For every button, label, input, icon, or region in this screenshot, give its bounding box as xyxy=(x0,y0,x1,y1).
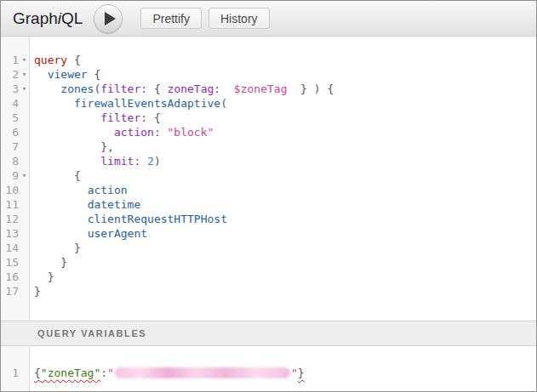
variables-gutter-rows: 1 xyxy=(1,346,29,380)
token-property: zones xyxy=(60,82,94,95)
token-property: userAgent xyxy=(88,227,147,240)
token-punctuation: { xyxy=(34,169,81,182)
token-punctuation xyxy=(34,227,88,240)
code-line: } xyxy=(34,241,536,255)
code-line: action xyxy=(34,183,536,197)
code-line: viewer { xyxy=(34,67,536,82)
code-line: { xyxy=(34,168,536,183)
token-keyword: query xyxy=(34,54,67,66)
gutter-row: 7 xyxy=(1,139,29,154)
line-number: 15 xyxy=(1,255,20,270)
gutter-row: 12 xyxy=(1,212,29,226)
token-punctuation: { xyxy=(88,68,101,81)
code-line: }, xyxy=(34,139,536,154)
code-line: firewallEventsAdaptive( xyxy=(34,96,536,111)
code-line: {"zoneTag":""} xyxy=(34,366,536,380)
variables-editor: 1 {"zoneTag":""} xyxy=(1,346,536,391)
token-punctuation xyxy=(161,126,168,139)
token-punctuation: { xyxy=(67,54,81,66)
line-number: 10 xyxy=(1,183,20,197)
gutter-row: 9▾ xyxy=(1,168,29,183)
token-attribute: action: xyxy=(114,126,161,139)
line-number: 5 xyxy=(1,111,20,125)
variables-title: QUERY VARIABLES xyxy=(37,328,146,338)
line-number: 12 xyxy=(1,212,20,226)
history-button[interactable]: History xyxy=(209,8,270,29)
fold-arrow-icon[interactable]: ▾ xyxy=(20,67,29,82)
code-line: action: "block" xyxy=(34,125,536,139)
code-line: clientRequestHTTPHost xyxy=(34,212,536,226)
gutter-row: 6 xyxy=(1,125,29,139)
gutter-row: 15 xyxy=(1,255,29,270)
code-line: userAgent xyxy=(34,226,536,241)
prettify-button[interactable]: Prettify xyxy=(140,8,202,29)
token-punctuation xyxy=(34,111,100,124)
line-number: 13 xyxy=(1,226,20,241)
variables-header[interactable]: QUERY VARIABLES xyxy=(1,321,536,346)
token-variable: $zoneTag xyxy=(234,82,288,95)
gutter-row: 14 xyxy=(1,241,29,255)
token-punctuation: ( xyxy=(220,97,227,110)
token-punctuation: } xyxy=(34,241,81,254)
variables-code[interactable]: {"zoneTag":""} xyxy=(30,346,536,391)
fold-arrow-icon[interactable]: ▾ xyxy=(20,82,29,96)
query-gutter-rows: 1▾2▾3▾456789▾1011121314151617 xyxy=(1,37,29,298)
token-punctuation: : xyxy=(100,366,107,379)
line-number: 3 xyxy=(1,82,20,96)
code-line: } xyxy=(34,270,536,284)
line-number: 8 xyxy=(1,154,20,168)
token-punctuation: } ) { xyxy=(287,82,334,95)
gutter-row: 3▾ xyxy=(1,82,29,96)
line-number: 1 xyxy=(1,366,20,380)
code-line: query { xyxy=(34,53,536,67)
line-number: 2 xyxy=(1,67,20,82)
token-string: " xyxy=(107,366,114,379)
token-punctuation: { xyxy=(147,111,161,124)
token-punctuation xyxy=(34,68,48,81)
gutter-row: 2▾ xyxy=(1,67,29,82)
token-property: viewer xyxy=(48,68,88,81)
gutter-row: 8 xyxy=(1,154,29,168)
token-attribute: filter: xyxy=(100,111,147,124)
token-punctuation: ) xyxy=(154,155,161,168)
token-punctuation xyxy=(34,126,114,139)
query-code[interactable]: query { viewer { zones(filter: { zoneTag… xyxy=(30,37,536,321)
token-punctuation xyxy=(220,82,234,95)
token-punctuation: { xyxy=(147,82,167,95)
gutter-row: 17 xyxy=(1,284,29,298)
fold-arrow-icon[interactable]: ▾ xyxy=(20,53,29,67)
line-number: 1 xyxy=(1,53,20,67)
token-punctuation xyxy=(34,155,100,168)
execute-button[interactable] xyxy=(94,4,123,33)
token-punctuation: } xyxy=(298,366,305,379)
token-punctuation xyxy=(34,198,88,211)
token-string: " xyxy=(291,366,298,379)
code-line: datetime xyxy=(34,197,536,212)
play-icon xyxy=(105,12,116,26)
token-punctuation xyxy=(140,155,147,168)
gutter-row: 5 xyxy=(1,111,29,125)
token-number: 2 xyxy=(147,155,154,168)
token-punctuation: } xyxy=(34,285,41,298)
token-json_key: "zoneTag" xyxy=(41,366,100,379)
fold-arrow-icon[interactable]: ▾ xyxy=(20,168,29,183)
line-number: 16 xyxy=(1,270,20,284)
query-gutter: 1▾2▾3▾456789▾1011121314151617 xyxy=(1,37,30,321)
token-attribute: limit: xyxy=(100,155,140,168)
graphiql-container: GraphiQL Prettify History 1▾2▾3▾456789▾1… xyxy=(0,0,537,392)
gutter-row: 13 xyxy=(1,226,29,241)
line-number: 11 xyxy=(1,197,20,212)
code-line: filter: { xyxy=(34,111,536,125)
redacted-value xyxy=(115,367,290,378)
logo-text-pre: Graph xyxy=(13,9,58,27)
code-line: zones(filter: { zoneTag: $zoneTag } ) { xyxy=(34,82,536,96)
token-string: "block" xyxy=(168,126,214,139)
token-punctuation: { xyxy=(34,366,41,379)
token-punctuation: } xyxy=(34,270,54,283)
gutter-row: 4 xyxy=(1,96,29,111)
line-number: 6 xyxy=(1,125,20,139)
graphiql-logo: GraphiQL xyxy=(13,9,83,28)
code-line: } xyxy=(34,255,536,270)
gutter-row: 1 xyxy=(1,366,29,380)
gutter-row: 10 xyxy=(1,183,29,197)
